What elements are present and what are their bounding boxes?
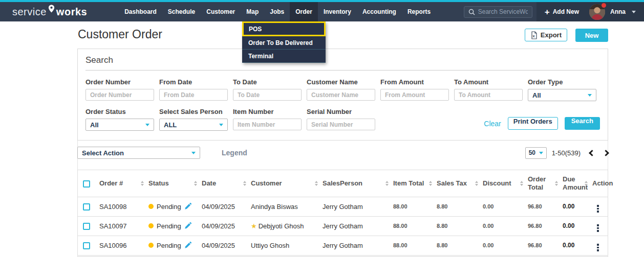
nav-item-dashboard[interactable]: Dashboard	[119, 2, 162, 21]
print-orders-button[interactable]: Print Orders	[508, 117, 558, 130]
item-total-cell: 88.00	[389, 236, 433, 255]
new-order-button[interactable]: New	[575, 29, 608, 42]
nav-item-accounting[interactable]: Accounting	[357, 2, 402, 21]
date-cell: 04/09/2025	[198, 216, 247, 236]
row-actions-menu-icon[interactable]	[597, 244, 599, 251]
search-panel-title: Search	[85, 55, 600, 65]
column-header-salesperson[interactable]: SalesPerson	[318, 170, 389, 197]
page-size-select[interactable]: 50	[525, 147, 547, 159]
column-header-due-amount[interactable]: Due Amount	[559, 170, 588, 197]
chevron-down-icon	[145, 124, 149, 126]
sort-icon[interactable]	[555, 181, 558, 186]
export-button[interactable]: x Export	[525, 29, 567, 41]
clear-link[interactable]: Clear	[484, 120, 501, 128]
legend-link[interactable]: Legend	[222, 149, 247, 157]
favorite-star-icon: ★	[251, 222, 257, 230]
salesperson-cell: Jerry Gotham	[318, 197, 389, 216]
nav-item-jobs[interactable]: Jobs	[264, 2, 290, 21]
column-header-date[interactable]: Date	[198, 170, 247, 197]
serial-number-input[interactable]	[307, 119, 375, 130]
sort-icon[interactable]	[194, 181, 197, 186]
user-menu-caret-icon[interactable]	[632, 11, 636, 13]
search-button[interactable]: Search	[565, 117, 600, 130]
menu-item-terminal[interactable]: Terminal	[242, 50, 326, 63]
svg-text:x: x	[532, 34, 535, 38]
previous-page-icon[interactable]	[589, 150, 595, 156]
row-checkbox[interactable]	[83, 242, 90, 249]
sort-icon[interactable]	[385, 181, 389, 186]
serviceworks-logo[interactable]: serviceworks	[0, 2, 87, 21]
sort-icon[interactable]	[475, 181, 478, 186]
column-header-status[interactable]: Status	[144, 170, 198, 197]
sort-icon[interactable]	[243, 181, 246, 186]
to-date-input[interactable]	[233, 89, 302, 101]
main-menu: Dashboard Schedule Customer Map Jobs Ord…	[119, 2, 436, 21]
menu-item-order-to-be-delivered[interactable]: Order To Be Delivered	[242, 36, 326, 50]
serial-number-label: Serial Number	[307, 108, 375, 115]
select-all-checkbox[interactable]	[83, 180, 90, 188]
customer-cell: Debjyoti Ghosh	[259, 222, 304, 230]
chevron-down-icon	[191, 152, 196, 154]
sales-person-value: ALL	[164, 121, 177, 129]
nav-item-order[interactable]: Order	[290, 2, 318, 21]
next-page-icon[interactable]	[603, 150, 609, 156]
sales-person-label: Select Sales Person	[159, 108, 228, 115]
row-actions-menu-icon[interactable]	[597, 205, 599, 213]
column-header-action: Action	[588, 170, 608, 197]
sort-icon[interactable]	[585, 181, 588, 186]
column-header-discount[interactable]: Discount	[479, 170, 524, 197]
field-order-status: Order Status All	[85, 108, 154, 131]
row-checkbox[interactable]	[83, 223, 90, 230]
menu-item-pos[interactable]: POS	[242, 21, 326, 36]
sales-tax-cell: 8.80	[433, 236, 479, 255]
due-amount-cell: 0.00	[559, 236, 588, 255]
field-from-date: From Date	[159, 78, 228, 101]
row-checkbox[interactable]	[83, 203, 90, 211]
notification-dot	[602, 3, 606, 8]
from-date-input[interactable]	[159, 89, 228, 101]
global-search-box[interactable]	[464, 6, 532, 18]
edit-status-pencil-icon[interactable]	[184, 222, 191, 229]
item-number-input[interactable]	[233, 119, 302, 130]
date-cell: 04/09/2025	[198, 197, 247, 216]
select-action-dropdown[interactable]: Select Action	[77, 147, 200, 159]
edit-status-pencil-icon[interactable]	[184, 203, 191, 210]
search-panel-divider	[85, 70, 600, 71]
sales-person-select[interactable]: ALL	[159, 119, 228, 131]
nav-item-inventory[interactable]: Inventory	[318, 2, 357, 21]
to-amount-input[interactable]	[454, 89, 523, 101]
column-header-customer[interactable]: Customer	[247, 170, 318, 197]
add-new-button[interactable]: + Add New	[545, 8, 579, 16]
edit-status-pencil-icon[interactable]	[184, 242, 191, 249]
sort-icon[interactable]	[520, 181, 523, 186]
sort-icon[interactable]	[141, 181, 144, 186]
sort-icon[interactable]	[429, 181, 432, 186]
column-header-sales-tax[interactable]: Sales Tax	[433, 170, 479, 197]
user-avatar[interactable]	[589, 4, 605, 20]
customer-cell: Anindya Biswas	[247, 197, 318, 216]
map-pin-icon	[48, 4, 55, 15]
sort-icon[interactable]	[315, 181, 318, 186]
order-status-select[interactable]: All	[85, 119, 154, 131]
from-amount-input[interactable]	[380, 89, 449, 101]
nav-item-customer[interactable]: Customer	[201, 2, 241, 21]
global-search-input[interactable]	[478, 8, 528, 15]
search-actions: Clear Print Orders Search	[484, 117, 600, 130]
field-to-amount: To Amount	[454, 78, 523, 101]
column-header-order-number[interactable]: Order #	[95, 170, 144, 197]
nav-item-schedule[interactable]: Schedule	[162, 2, 201, 21]
order-number-cell: SA10097	[95, 216, 144, 236]
order-total-cell: 96.80	[524, 216, 559, 236]
customer-name-input[interactable]	[307, 89, 375, 101]
column-header-order-total[interactable]: Order Total	[524, 170, 559, 197]
order-type-select[interactable]: All	[528, 89, 596, 101]
order-number-input[interactable]	[85, 89, 154, 101]
column-header-item-total[interactable]: Item Total	[389, 170, 433, 197]
nav-item-reports[interactable]: Reports	[402, 2, 436, 21]
order-total-cell: 96.80	[524, 236, 559, 255]
field-serial-number: Serial Number	[307, 108, 375, 131]
nav-item-map[interactable]: Map	[241, 2, 264, 21]
export-label: Export	[541, 31, 562, 39]
row-actions-menu-icon[interactable]	[597, 224, 599, 232]
search-icon	[468, 9, 475, 15]
